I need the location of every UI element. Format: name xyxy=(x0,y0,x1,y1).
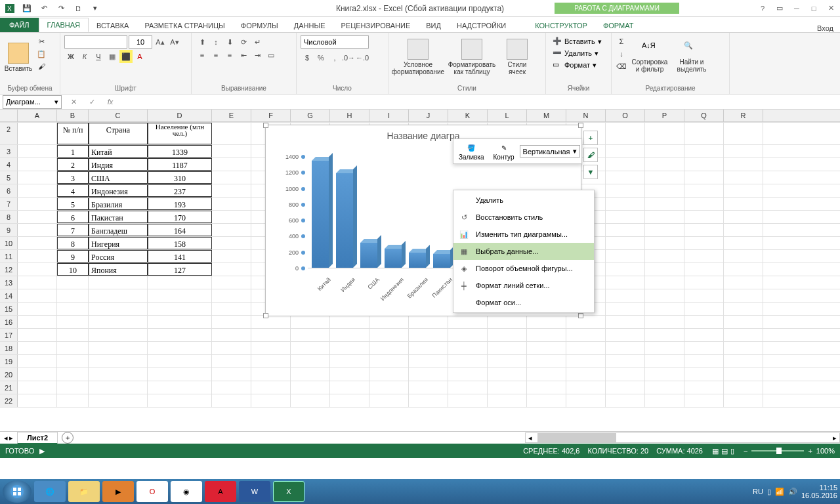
cell[interactable] xyxy=(57,368,89,381)
cell[interactable] xyxy=(212,158,251,171)
cell[interactable] xyxy=(488,329,527,341)
tray-lang[interactable]: RU xyxy=(753,488,763,495)
cell[interactable] xyxy=(448,355,488,368)
cell[interactable]: 237 xyxy=(148,184,212,197)
orientation-icon[interactable]: ⟳ xyxy=(237,35,250,49)
cell[interactable] xyxy=(291,368,330,381)
ctx-select-data[interactable]: ▦Выбрать данные... xyxy=(453,243,594,260)
cell[interactable] xyxy=(251,342,291,354)
cell[interactable] xyxy=(212,198,251,210)
font-family-select[interactable] xyxy=(64,35,127,49)
cell[interactable] xyxy=(18,224,57,236)
cell[interactable] xyxy=(645,276,684,289)
dec-inc-icon[interactable]: .0→ xyxy=(342,51,355,64)
help-icon[interactable]: ? xyxy=(755,2,770,15)
cell[interactable]: Бангладеш xyxy=(89,224,148,236)
column-header[interactable]: Q xyxy=(684,110,724,121)
cell[interactable] xyxy=(89,355,148,368)
task-word[interactable]: W xyxy=(239,481,270,502)
cell[interactable]: 3 xyxy=(57,171,89,184)
column-header[interactable]: N xyxy=(566,110,606,121)
chart-plus-icon[interactable]: + xyxy=(583,131,598,145)
column-header[interactable]: E xyxy=(212,110,251,121)
enter-icon[interactable]: ✓ xyxy=(85,96,98,108)
cell[interactable] xyxy=(18,158,57,171)
cell[interactable] xyxy=(645,237,684,249)
cell[interactable] xyxy=(148,329,212,341)
cell[interactable] xyxy=(724,303,763,315)
cell[interactable] xyxy=(212,303,251,315)
cell[interactable] xyxy=(251,368,291,381)
column-header[interactable]: P xyxy=(645,110,684,121)
cell[interactable] xyxy=(606,211,645,223)
cell[interactable] xyxy=(291,381,330,394)
cell[interactable] xyxy=(606,263,645,276)
cell[interactable]: Нигерия xyxy=(89,237,148,249)
cut-icon[interactable]: ✂ xyxy=(35,35,47,47)
cell[interactable] xyxy=(645,123,684,144)
cell[interactable] xyxy=(527,368,566,381)
cell[interactable] xyxy=(251,329,291,341)
cell[interactable]: 193 xyxy=(148,198,212,210)
cell[interactable] xyxy=(645,158,684,171)
chart-bar[interactable] xyxy=(312,161,329,268)
cell[interactable] xyxy=(488,394,527,407)
column-header[interactable]: G xyxy=(291,110,330,121)
cell[interactable] xyxy=(57,276,89,289)
cell[interactable] xyxy=(251,394,291,407)
cell[interactable] xyxy=(724,355,763,368)
cell[interactable] xyxy=(606,342,645,354)
cell[interactable] xyxy=(212,123,251,144)
cell[interactable] xyxy=(212,276,251,289)
cell[interactable] xyxy=(212,224,251,236)
column-header[interactable]: C xyxy=(89,110,148,121)
zoom-slider-thumb[interactable] xyxy=(776,448,782,454)
fx-icon[interactable]: fx xyxy=(104,96,117,108)
view-page-layout-icon[interactable]: ▤ xyxy=(721,447,728,455)
cell[interactable] xyxy=(566,355,606,368)
row-header[interactable]: 21 xyxy=(0,381,18,394)
cell[interactable] xyxy=(212,250,251,262)
cell[interactable]: 1339 xyxy=(148,145,212,158)
conditional-format-button[interactable]: Условное форматирование xyxy=(392,35,444,79)
cell[interactable] xyxy=(148,342,212,354)
cell[interactable] xyxy=(684,211,724,223)
cell[interactable] xyxy=(645,184,684,197)
cell[interactable] xyxy=(57,289,89,302)
cell[interactable] xyxy=(724,276,763,289)
cell[interactable] xyxy=(448,329,488,341)
cell[interactable] xyxy=(89,394,148,407)
tray-sound-icon[interactable]: 🔊 xyxy=(788,488,797,496)
row-header[interactable]: 7 xyxy=(0,198,18,210)
cell[interactable] xyxy=(606,303,645,315)
column-header[interactable]: K xyxy=(448,110,488,121)
row-header[interactable]: 18 xyxy=(0,342,18,354)
zoom-value[interactable]: 100% xyxy=(816,447,835,455)
tab-formulas[interactable]: ФОРМУЛЫ xyxy=(233,19,286,32)
cell[interactable] xyxy=(606,145,645,158)
cell[interactable] xyxy=(645,211,684,223)
cell[interactable] xyxy=(409,329,448,341)
cell[interactable] xyxy=(148,355,212,368)
cell[interactable] xyxy=(684,329,724,341)
tab-design[interactable]: КОНСТРУКТОР xyxy=(527,19,595,32)
cell[interactable] xyxy=(148,394,212,407)
column-header[interactable]: O xyxy=(606,110,645,121)
tab-page-layout[interactable]: РАЗМЕТКА СТРАНИЦЫ xyxy=(136,19,232,32)
cell[interactable] xyxy=(18,394,57,407)
align-left-icon[interactable]: ≡ xyxy=(196,49,209,62)
cell[interactable] xyxy=(212,289,251,302)
cell[interactable] xyxy=(684,303,724,315)
row-header[interactable]: 3 xyxy=(0,145,18,158)
copy-icon[interactable]: 📋 xyxy=(35,48,47,60)
cell[interactable] xyxy=(724,329,763,341)
cell[interactable] xyxy=(606,250,645,262)
cell[interactable] xyxy=(148,381,212,394)
cell[interactable]: 6 xyxy=(57,211,89,223)
zoom-out-icon[interactable]: − xyxy=(744,447,747,455)
cell[interactable] xyxy=(684,263,724,276)
cell[interactable] xyxy=(89,368,148,381)
cell[interactable] xyxy=(724,171,763,184)
cell[interactable] xyxy=(724,224,763,236)
cell[interactable] xyxy=(645,263,684,276)
